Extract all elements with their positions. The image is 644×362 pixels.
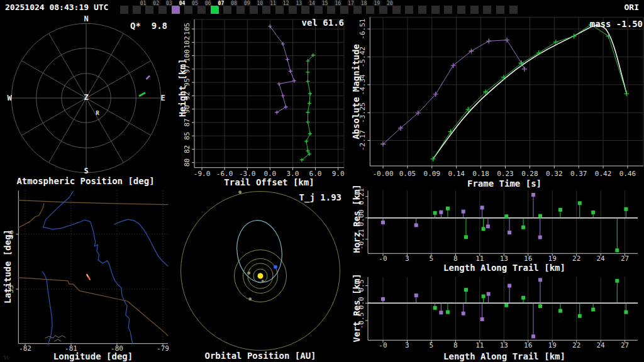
residual-marker [446,310,450,314]
compass-south-label: S [84,167,88,175]
station-box-blank-8[interactable] [496,6,504,14]
polar-spoke [86,98,123,163]
tick-label: 0.09 [424,170,441,178]
timestamp: 20251024 08:43:19 UTC [5,3,108,12]
tick-label: 9.0 [332,170,345,178]
station-box-19[interactable] [366,6,374,14]
plus-marker [308,92,312,96]
station-box-01[interactable] [133,6,141,14]
jupiter-dot [238,190,242,194]
station-box-blank-9[interactable] [509,6,518,14]
residual-marker [558,208,562,212]
vert-res-y-axis-title: Vert Res [km] [352,273,362,343]
residual-marker [439,211,443,214]
compass-east-label: E [160,94,165,102]
residual-marker [464,235,468,239]
plus-marker [522,67,527,72]
station-box-11[interactable] [262,6,270,14]
station-box-05[interactable] [184,6,192,14]
residual-marker [615,279,619,283]
station-box-12[interactable] [275,6,284,14]
station-box-blank-3[interactable] [431,6,440,14]
q-value-annotation: Q* 9.8 [130,21,167,31]
station-box-04[interactable] [172,6,180,14]
station-box-blank-1[interactable] [405,6,413,14]
residual-marker [464,288,468,292]
sun-dot [258,273,264,279]
plus-marker [289,69,292,73]
tick-label: 24 [596,255,605,263]
tick-label: 13 [500,255,508,263]
residual-marker [414,293,418,297]
plus-marker [536,50,541,55]
map-city-lines [45,336,65,338]
station-box-02[interactable] [145,6,153,14]
residual-marker [521,226,525,229]
app-window: -9.0-6.0-3.00.03.06.09.01051021009795929… [0,0,644,362]
station-box-14[interactable] [301,6,309,14]
zenith-label: Z [84,93,88,102]
tick-label: 22 [572,341,580,349]
station-box-blank-0[interactable] [392,6,401,14]
station-box-blank-7[interactable] [483,6,491,14]
residual-marker [462,312,465,315]
station-box-17[interactable] [340,6,348,14]
tick-label: -0.00 [372,170,393,178]
station-box-blank-0[interactable] [120,6,128,14]
plus-marker [286,58,289,62]
station-box-18[interactable] [353,6,362,14]
meteor-trail-04 [147,76,150,80]
mass-annotation: mass -1.50 [590,19,643,29]
station-box-blank-4[interactable] [444,6,452,14]
tick-label: 0.18 [472,170,489,178]
station-box-10[interactable] [250,6,258,14]
polar-spoke [86,61,151,98]
river-line [42,272,52,344]
station-box-03[interactable] [158,6,167,14]
residual-marker [538,304,542,308]
station-box-16[interactable] [327,6,335,14]
polar-spoke [86,98,151,135]
station-box-09[interactable] [236,6,245,14]
horz-res-y-axis-title: Horz Res [km] [352,184,362,253]
map-city-lines [54,339,61,341]
tick-label: 3 [405,341,409,349]
station-box-15[interactable] [314,6,323,14]
residual-marker [591,211,595,214]
residual-marker [480,206,484,209]
station-box-13[interactable] [289,6,297,14]
tick-label: -0 [379,255,387,263]
residual-marker [578,314,582,318]
state-border-line [18,278,168,336]
river-line [43,220,132,343]
station-box-20[interactable] [379,6,387,14]
orbital-panel-title: Orbital Position [AU] [204,351,316,361]
absolute-magnitude-y-axis-title: Absolute Magnitude [351,44,361,140]
station-box-blank-6[interactable] [470,6,479,14]
tick-label: 5 [430,341,434,349]
height-y-axis-title: Height [km] [177,59,187,118]
station-box-blank-2[interactable] [418,6,426,14]
river-line [43,191,73,228]
earth-dot [274,265,277,269]
station-box-blank-5[interactable] [457,6,465,14]
plus-marker [306,111,309,114]
station-box-07[interactable] [211,6,219,14]
tick-label: 16 [524,341,532,349]
velocity-annotation: vel 61.6 [302,18,344,28]
station-box-06[interactable] [197,6,206,14]
residual-marker [462,210,465,214]
residual-marker [624,207,628,211]
station-box-08[interactable] [223,6,231,14]
residual-marker [482,227,486,231]
tick-label: 0.23 [497,170,514,178]
mars-dot [248,297,252,300]
series-line-station-04 [383,40,525,145]
tick-label: 11 [475,255,484,263]
tick-label: 105 [183,23,191,35]
polar-spoke [49,98,86,163]
tick-label: 82 [183,145,191,153]
tick-label: 24 [596,341,605,349]
tick-label: 87 [183,118,191,126]
residual-marker [381,297,385,301]
